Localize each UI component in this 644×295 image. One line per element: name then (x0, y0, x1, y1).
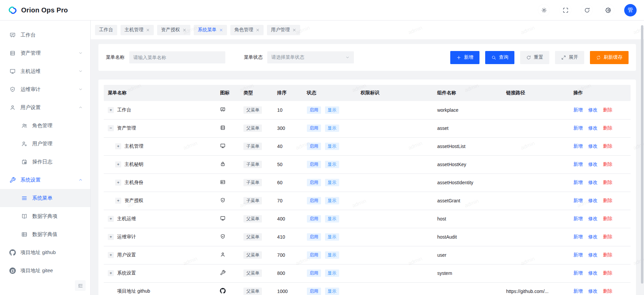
sidebar-item-user-management[interactable]: 用户管理 (0, 135, 90, 153)
list-icon (220, 125, 226, 131)
fullscreen-icon-button[interactable] (560, 4, 571, 16)
expand-toggle-expand[interactable]: + (115, 180, 121, 186)
action-delete-link[interactable]: 删除 (603, 107, 612, 112)
expand-toggle-expand[interactable]: + (115, 143, 121, 149)
action-add-link[interactable]: 新增 (573, 180, 583, 185)
action-edit-link[interactable]: 修改 (588, 143, 598, 149)
sidebar-item-label: 数据字典值 (32, 231, 57, 238)
menu-name-input[interactable] (129, 51, 225, 63)
action-edit-link[interactable]: 修改 (588, 198, 598, 203)
close-icon[interactable] (146, 28, 150, 32)
reset-button[interactable]: 重置 (520, 51, 549, 64)
action-delete-link[interactable]: 删除 (603, 125, 612, 131)
expand-toggle-expand[interactable]: + (115, 161, 121, 167)
sidebar-item-role-management[interactable]: 角色管理 (0, 116, 90, 135)
tab-role-management[interactable]: 角色管理 (230, 25, 264, 35)
action-delete-link[interactable]: 删除 (603, 270, 612, 276)
refresh-cache-button[interactable]: 刷新缓存 (590, 51, 629, 64)
action-delete-link[interactable]: 删除 (603, 216, 612, 221)
table-row-0: +工作台父菜单10启用显示workplace新增修改删除 (104, 101, 631, 119)
action-delete-link[interactable]: 删除 (603, 234, 612, 239)
theme-icon-button[interactable] (538, 4, 550, 16)
sidebar-item-ops-audit[interactable]: 运维审计 (0, 80, 90, 98)
action-add-link[interactable]: 新增 (573, 198, 583, 203)
action-add-link[interactable]: 新增 (573, 125, 583, 131)
action-add-link[interactable]: 新增 (573, 252, 583, 257)
action-delete-link[interactable]: 删除 (603, 288, 612, 294)
expand-toggle-expand[interactable]: + (115, 198, 121, 204)
table-row-5: +资产授权子菜单70启用显示assetGrant新增修改删除 (104, 192, 631, 210)
action-delete-link[interactable]: 删除 (603, 198, 612, 203)
action-delete-link[interactable]: 删除 (603, 252, 612, 257)
action-edit-link[interactable]: 修改 (588, 125, 598, 131)
sidebar-item-asset-management[interactable]: 资产管理 (0, 44, 90, 62)
action-delete-link[interactable]: 删除 (603, 143, 612, 149)
action-add-link[interactable]: 新增 (573, 270, 583, 276)
table-row-2: +主机管理子菜单40启用显示assetHostList新增修改删除 (104, 137, 631, 155)
action-add-link[interactable]: 新增 (573, 288, 583, 294)
close-icon[interactable] (256, 28, 260, 32)
action-delete-link[interactable]: 删除 (603, 180, 612, 185)
add-button[interactable]: 新增 (450, 51, 479, 64)
menu-status-select[interactable]: 请选择菜单状态 (267, 51, 354, 63)
tab-asset-grant[interactable]: 资产授权 (157, 25, 190, 35)
path-value (501, 119, 568, 137)
expand-toggle-collapse[interactable]: − (108, 125, 114, 131)
permission-value (355, 174, 432, 192)
action-add-link[interactable]: 新增 (573, 107, 583, 112)
expand-toggle-expand[interactable]: + (108, 107, 114, 113)
status-visible-tag: 显示 (325, 161, 339, 168)
action-edit-link[interactable]: 修改 (588, 161, 598, 167)
tab-workplace[interactable]: 工作台 (95, 25, 117, 35)
gear-icon (605, 7, 612, 13)
close-icon[interactable] (219, 28, 223, 32)
sidebar-item-operation-log[interactable]: 操作日志 (0, 153, 90, 171)
path-value (501, 210, 568, 228)
expand-toggle-expand[interactable]: + (108, 270, 114, 276)
page-scrollbar-thumb[interactable] (641, 25, 643, 284)
sidebar-item-gitee[interactable]: 项目地址 gitee (0, 261, 90, 280)
table-row-1: −资产管理父菜单300启用显示asset新增修改删除 (104, 119, 631, 137)
sidebar-item-host-ops[interactable]: 主机运维 (0, 62, 90, 80)
collapse-sidebar-button[interactable] (75, 280, 86, 291)
sidebar-item-workplace[interactable]: 工作台 (0, 26, 90, 44)
settings-icon-button[interactable] (603, 4, 614, 16)
action-add-link[interactable]: 新增 (573, 143, 583, 149)
action-edit-link[interactable]: 修改 (588, 216, 598, 221)
action-edit-link[interactable]: 修改 (588, 288, 598, 294)
action-add-link[interactable]: 新增 (573, 161, 583, 167)
action-delete-link[interactable]: 删除 (603, 161, 612, 167)
expand-toggle-expand[interactable]: + (108, 252, 114, 258)
sidebar-item-dict-keys[interactable]: 数据字典项 (0, 207, 90, 225)
expand-toggle-expand[interactable]: + (108, 234, 114, 240)
refresh-icon-button[interactable] (581, 4, 593, 16)
table-header-row: 菜单名称图标类型排序状态权限标识组件名称链接路径操作 (104, 85, 631, 101)
sidebar-nav: 工作台资产管理主机运维运维审计用户设置角色管理用户管理操作日志系统设置系统菜单数… (0, 26, 90, 280)
tab-system-menu[interactable]: 系统菜单 (194, 25, 227, 35)
sidebar-item-system-settings[interactable]: 系统设置 (0, 171, 90, 189)
toolbar: 新增查询重置展开刷新缓存 (450, 51, 629, 64)
sidebar-item-github[interactable]: 项目地址 github (0, 243, 90, 261)
close-icon[interactable] (183, 28, 186, 32)
close-icon[interactable] (292, 28, 296, 32)
user-avatar[interactable]: 管 (624, 4, 637, 16)
table-row-6: +主机运维父菜单400启用显示host新增修改删除 (104, 210, 631, 228)
tab-user-management[interactable]: 用户管理 (267, 25, 300, 35)
action-add-link[interactable]: 新增 (573, 234, 583, 239)
action-add-link[interactable]: 新增 (573, 216, 583, 221)
action-edit-link[interactable]: 修改 (588, 270, 598, 276)
sidebar-item-dict-values[interactable]: 数据字典值 (0, 225, 90, 243)
expand-toggle-expand[interactable]: + (108, 216, 114, 222)
brand[interactable]: Orion Ops Pro (7, 5, 68, 15)
action-edit-link[interactable]: 修改 (588, 234, 598, 239)
component-value: assetHostList (432, 137, 501, 155)
action-edit-link[interactable]: 修改 (588, 252, 598, 257)
expand-button[interactable]: 展开 (555, 51, 584, 64)
tab-label: 资产授权 (161, 27, 180, 33)
tab-host-management[interactable]: 主机管理 (121, 25, 154, 35)
action-edit-link[interactable]: 修改 (588, 107, 598, 112)
action-edit-link[interactable]: 修改 (588, 180, 598, 185)
query-button[interactable]: 查询 (485, 51, 514, 64)
sidebar-item-system-menu[interactable]: 系统菜单 (0, 189, 90, 207)
sidebar-item-user-settings[interactable]: 用户设置 (0, 98, 90, 116)
